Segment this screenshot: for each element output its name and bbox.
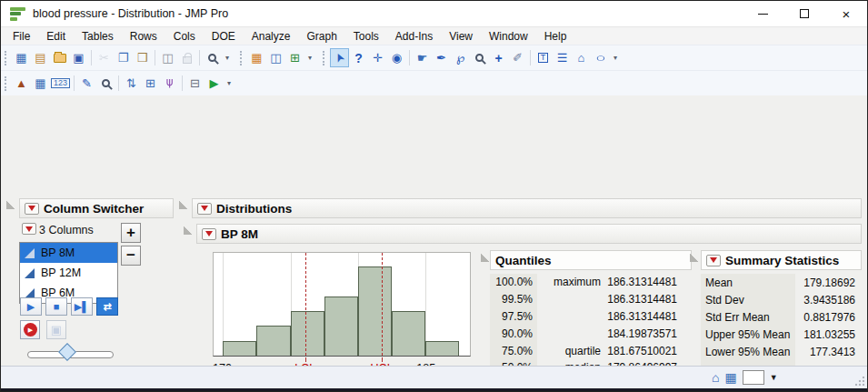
help-tool-icon[interactable]: ? <box>349 48 368 67</box>
collapse-triangle-quantiles[interactable] <box>481 254 489 262</box>
column-switcher-menu-button[interactable] <box>25 203 39 215</box>
column-list-item[interactable]: BP 8M <box>20 243 117 263</box>
menu-item-add-ins[interactable]: Add-Ins <box>387 28 441 45</box>
maximize-button[interactable] <box>783 1 825 26</box>
selection-tool-icon[interactable]: ✛ <box>368 48 387 67</box>
brush-tool-icon[interactable]: ✒ <box>432 48 451 67</box>
open-folder-icon[interactable] <box>50 48 69 67</box>
annotate-note-icon[interactable]: ✎ <box>77 74 96 93</box>
oval-tool-icon[interactable]: ○ <box>591 48 610 67</box>
menu-item-rows[interactable]: Rows <box>122 28 165 45</box>
distribution-platform-icon[interactable]: ▲ <box>12 74 31 93</box>
journal-settings-icon[interactable]: ◫ <box>158 48 177 67</box>
collapse-triangle-distributions[interactable] <box>179 201 187 209</box>
record-button[interactable]: ▶ <box>20 320 40 339</box>
summary-row: Lower 95% Mean177.3413 <box>701 344 862 361</box>
menu-item-tools[interactable]: Tools <box>345 28 387 45</box>
toolbar-overflow-icon[interactable]: ▾ <box>610 48 621 67</box>
calculator-icon[interactable]: ⊟ <box>185 74 205 93</box>
quantiles-row: 90.0%184.19873571 <box>490 325 692 342</box>
toolbar-overflow-icon[interactable]: ▾ <box>222 48 233 67</box>
magnifier-tool-icon[interactable] <box>470 48 489 67</box>
lock-icon[interactable] <box>177 48 196 67</box>
menu-item-help[interactable]: Help <box>536 28 575 45</box>
play-button[interactable]: ▶ <box>20 297 42 316</box>
close-button[interactable]: × <box>825 1 867 26</box>
toolbar-overflow-icon[interactable]: ▾ <box>304 48 315 67</box>
toolbar-grip-icon[interactable] <box>323 51 326 65</box>
join-tables-icon[interactable]: ⊞ <box>141 74 160 93</box>
distributions-menu-button[interactable] <box>197 203 212 215</box>
collapse-triangle-summary[interactable] <box>690 254 698 262</box>
statusbar-dropdown-icon[interactable]: ▼ <box>770 373 778 382</box>
grabber-tool-icon[interactable]: ☛ <box>413 48 432 67</box>
text-tool-icon[interactable]: T <box>534 48 553 67</box>
histogram-bar[interactable] <box>291 311 324 356</box>
minimize-button[interactable] <box>742 1 783 26</box>
paste-icon[interactable]: ❒ <box>133 48 152 67</box>
columns-menu-button[interactable] <box>22 223 36 235</box>
toolbar-grip-icon[interactable] <box>240 51 244 65</box>
lines-tool-icon[interactable]: ☰ <box>553 48 572 67</box>
save-icon[interactable]: ▣ <box>69 48 88 67</box>
add-to-report-icon[interactable]: ⊞ <box>285 48 304 67</box>
collapse-triangle-column-switcher[interactable] <box>6 201 15 209</box>
bp8m-menu-button[interactable] <box>202 228 216 240</box>
add-to-report-icon-glyph: ⊞ <box>290 52 300 64</box>
histogram-bar[interactable] <box>324 297 358 356</box>
sort-columns-icon[interactable]: ⇅ <box>122 74 141 93</box>
collapse-triangle-bp8m[interactable] <box>184 226 192 235</box>
cut-icon[interactable]: ✂ <box>95 48 114 67</box>
save-animation-button[interactable]: ▣ <box>46 320 66 339</box>
search-icon[interactable] <box>203 48 222 67</box>
histogram-plot[interactable] <box>213 252 471 357</box>
histogram-bar[interactable] <box>223 341 256 356</box>
menu-item-window[interactable]: Window <box>481 28 536 45</box>
histogram-bar[interactable] <box>425 341 459 356</box>
tree-layout-icon[interactable]: ⋔ <box>160 74 179 93</box>
edit-table-icon[interactable]: ▦ <box>724 370 736 385</box>
stop-button[interactable]: ■ <box>45 297 67 316</box>
run-script-icon[interactable]: ▶ <box>205 74 224 93</box>
summary-menu-button[interactable] <box>706 255 721 266</box>
numeric-view-icon[interactable]: 123 <box>50 74 71 93</box>
update-columns-icon[interactable]: ◫ <box>266 48 285 67</box>
menu-item-view[interactable]: View <box>441 28 481 45</box>
copy-icon-glyph: ❐ <box>118 52 129 64</box>
grid-view-icon[interactable]: ▦ <box>31 74 50 93</box>
menu-item-tables[interactable]: Tables <box>74 28 122 45</box>
open-journal-icon[interactable]: ▤ <box>31 48 50 67</box>
home-icon[interactable]: ⌂ <box>712 370 719 385</box>
histogram-bar[interactable] <box>392 311 425 356</box>
toolbar-overflow-icon[interactable]: ▾ <box>224 74 234 93</box>
menu-item-edit[interactable]: Edit <box>38 28 74 45</box>
menu-item-graph[interactable]: Graph <box>298 28 344 45</box>
scroller-tool-icon[interactable]: ◉ <box>387 48 406 67</box>
remove-column-button[interactable]: − <box>121 246 141 266</box>
resize-grip[interactable] <box>855 377 864 386</box>
loop-button[interactable]: ⇄ <box>96 297 118 316</box>
new-data-table-icon[interactable]: ▦ <box>12 48 31 67</box>
table-preview-icon[interactable] <box>96 74 115 93</box>
toolbar-grip-icon[interactable] <box>5 76 8 91</box>
polygon-tool-icon[interactable]: ⌂ <box>572 48 591 67</box>
reference-line-lcl <box>305 253 306 356</box>
menu-item-analyze[interactable]: Analyze <box>244 28 299 45</box>
copy-icon[interactable]: ❐ <box>114 48 133 67</box>
histogram-bar[interactable] <box>256 326 290 356</box>
menu-item-file[interactable]: File <box>5 28 38 45</box>
data-table-icon[interactable]: ▦ <box>247 48 266 67</box>
step-button[interactable]: ▶▌ <box>71 297 93 316</box>
arrow-tool-icon[interactable]: ➤ <box>330 48 349 67</box>
summary-table: Mean179.18692Std Dev3.9435186Std Err Mea… <box>701 274 862 366</box>
histogram-bar[interactable] <box>358 266 392 356</box>
add-column-button[interactable]: + <box>121 223 141 243</box>
menu-item-doe[interactable]: DOE <box>204 28 244 45</box>
lasso-tool-icon[interactable]: ℘ <box>451 48 470 67</box>
menu-item-cols[interactable]: Cols <box>165 28 204 45</box>
annotate-pen-tool-icon[interactable]: ✐ <box>508 48 527 67</box>
display-combo[interactable] <box>743 370 764 385</box>
crosshair-tool-icon[interactable]: + <box>489 48 508 67</box>
column-list-item[interactable]: BP 12M <box>20 263 117 283</box>
toolbar-grip-icon[interactable] <box>5 51 8 65</box>
